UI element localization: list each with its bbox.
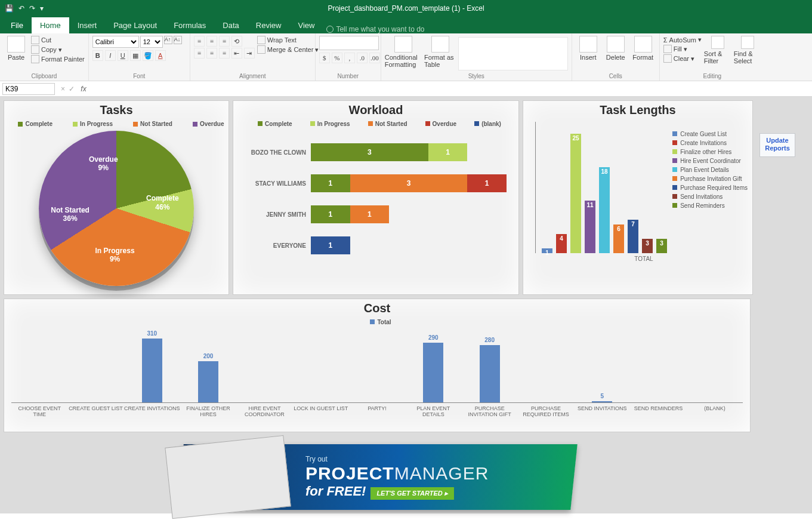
sigma-icon: Σ (663, 36, 668, 44)
title-bar: 💾 ↶ ↷ ▾ Project_dashboard_PM.com_templat… (0, 0, 812, 17)
save-icon[interactable]: 💾 (5, 4, 14, 13)
tab-home[interactable]: Home (32, 17, 69, 33)
tab-view[interactable]: View (289, 17, 323, 33)
group-cells: Insert Delete Format Cells (572, 33, 660, 81)
fx-icon[interactable]: fx (78, 85, 89, 93)
align-right-icon[interactable]: ≡ (219, 48, 230, 59)
fill-color-button[interactable]: 🪣 (143, 50, 153, 61)
redo-icon[interactable]: ↷ (29, 4, 35, 13)
align-left-icon[interactable]: ≡ (194, 48, 205, 59)
chart-task-lengths[interactable]: Task Lengths 142511186733 TOTAL Create G… (523, 100, 753, 295)
chart-title: Workload (233, 101, 518, 117)
chart-workload[interactable]: Workload CompleteIn ProgressNot StartedO… (233, 100, 519, 295)
indent-dec-icon[interactable]: ⇤ (231, 48, 242, 59)
font-color-button[interactable]: A (155, 50, 166, 61)
indent-inc-icon[interactable]: ⇥ (244, 48, 255, 59)
tab-file[interactable]: File (2, 17, 32, 33)
banner-thumbnail (165, 435, 291, 519)
delete-icon (607, 36, 625, 53)
merge-center-button[interactable]: Merge & Center ▾ (257, 45, 319, 54)
cond-format-icon (394, 36, 412, 53)
chart-cost[interactable]: Cost Total 3102002902805 CHOOSE EVENT TI… (4, 299, 751, 432)
format-icon (634, 36, 652, 53)
brush-icon (31, 55, 39, 63)
tab-page-layout[interactable]: Page Layout (105, 17, 165, 33)
sort-icon (711, 36, 724, 49)
table-icon (431, 36, 449, 53)
merge-icon (257, 45, 265, 54)
name-box[interactable] (2, 83, 55, 95)
cell-styles-gallery[interactable] (458, 37, 568, 70)
chart-legend: Create Guest ListCreate InvitationsFinal… (665, 131, 748, 211)
hbar-plot: BOZO THE CLOWN31STACY WILLIAMS131JENNY S… (233, 131, 518, 267)
copy-icon (31, 45, 39, 54)
format-cells-button[interactable]: Format (631, 36, 656, 61)
cost-plot: 3102002902805 (11, 331, 743, 403)
find-select-button[interactable]: Find & Select (734, 36, 761, 64)
fill-icon (663, 45, 672, 53)
cancel-formula-icon[interactable]: × (61, 85, 65, 93)
enter-formula-icon[interactable]: ✓ (69, 85, 75, 93)
clipboard-icon (7, 36, 25, 53)
tell-me[interactable]: Tell me what you want to do (326, 25, 424, 33)
fill-button[interactable]: Fill ▾ (663, 45, 702, 53)
align-bottom-icon[interactable]: ≡ (219, 36, 230, 47)
format-as-table-button[interactable]: Format as Table (424, 36, 456, 68)
group-number: $%, .0.00 Number (316, 33, 381, 81)
tab-insert[interactable]: Insert (69, 17, 106, 33)
comma-icon[interactable]: , (344, 53, 355, 63)
chart-title: Task Lengths (523, 101, 752, 117)
underline-button[interactable]: U (118, 50, 128, 61)
promo-banner[interactable]: Try out PROJECTMANAGER for FREE!LET'S GE… (177, 444, 578, 510)
update-reports-button[interactable]: Update Reports (759, 133, 795, 157)
border-button[interactable]: ▦ (130, 50, 141, 61)
italic-button[interactable]: I (105, 50, 116, 61)
insert-cells-button[interactable]: Insert (576, 36, 601, 61)
ribbon: Paste Cut Copy ▾ Format Painter Clipboar… (0, 33, 812, 81)
autosum-button[interactable]: ΣAutoSum ▾ (663, 36, 702, 44)
shrink-font-icon[interactable]: A↓ (174, 36, 182, 44)
orientation-icon[interactable]: ⟲ (231, 36, 242, 47)
align-middle-icon[interactable]: ≡ (206, 36, 217, 47)
align-center-icon[interactable]: ≡ (206, 48, 217, 59)
percent-icon[interactable]: % (332, 53, 342, 63)
quick-access-toolbar: 💾 ↶ ↷ ▾ (5, 4, 44, 13)
conditional-formatting-button[interactable]: Conditional Formatting (385, 36, 422, 68)
inc-decimal-icon[interactable]: .0 (357, 53, 368, 63)
search-icon (741, 36, 754, 49)
grow-font-icon[interactable]: A↑ (164, 36, 172, 44)
font-name-select[interactable]: Calibri (92, 36, 139, 48)
number-format-select[interactable] (319, 36, 379, 50)
copy-button[interactable]: Copy ▾ (31, 45, 85, 54)
currency-icon[interactable]: $ (319, 53, 330, 63)
delete-cells-button[interactable]: Delete (603, 36, 628, 61)
banner-cta-button[interactable]: LET'S GET STARTED ▸ (371, 487, 453, 500)
pie-plot: Complete46%In Progress9%Not Started36%Ov… (39, 131, 194, 286)
promo-banner-wrap: Try out PROJECTMANAGER for FREE!LET'S GE… (4, 444, 751, 510)
chart-tasks-pie[interactable]: Tasks CompleteIn ProgressNot StartedOver… (4, 100, 229, 295)
paste-button[interactable]: Paste (4, 36, 29, 61)
document-title: Project_dashboard_PM.com_template (1) - … (328, 4, 484, 13)
wrap-icon (257, 36, 265, 44)
eraser-icon (663, 54, 672, 63)
tab-data[interactable]: Data (214, 17, 247, 33)
cut-button[interactable]: Cut (31, 36, 85, 44)
align-top-icon[interactable]: ≡ (194, 36, 205, 47)
tab-formulas[interactable]: Formulas (165, 17, 214, 33)
undo-icon[interactable]: ↶ (18, 4, 24, 13)
qat-customize-icon[interactable]: ▾ (40, 4, 44, 13)
group-styles: Conditional Formatting Format as Table S… (381, 33, 572, 81)
dec-decimal-icon[interactable]: .00 (369, 53, 380, 63)
font-size-select[interactable]: 12 (140, 36, 163, 48)
clear-button[interactable]: Clear ▾ (663, 54, 702, 63)
format-painter-button[interactable]: Format Painter (31, 55, 85, 63)
group-font: Calibri 12 A↑ A↓ B I U ▦ 🪣 A Font (89, 33, 190, 81)
formula-bar: × ✓ fx (0, 81, 812, 97)
wrap-text-button[interactable]: Wrap Text (257, 36, 319, 44)
tab-review[interactable]: Review (248, 17, 290, 33)
scissors-icon (31, 36, 39, 44)
chart-legend: CompleteIn ProgressNot StartedOverdue(bl… (233, 121, 518, 127)
sort-filter-button[interactable]: Sort & Filter (704, 36, 731, 64)
formula-input[interactable] (89, 83, 812, 95)
bold-button[interactable]: B (92, 50, 103, 61)
